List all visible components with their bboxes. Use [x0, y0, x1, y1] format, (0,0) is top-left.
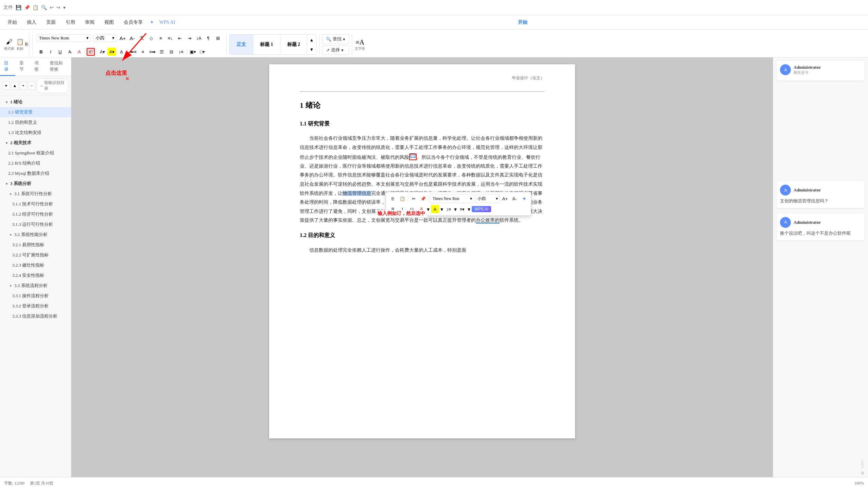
text-wrap-icon[interactable]: ≡A: [355, 38, 364, 46]
toc-item[interactable]: 3.1.2 经济可行性分析: [0, 209, 71, 219]
indent-increase-btn[interactable]: ⇥: [185, 34, 194, 42]
font-color2-btn[interactable]: A▾: [98, 48, 107, 56]
tab-find-replace[interactable]: 查找和替换: [46, 57, 71, 76]
toc-item[interactable]: 3.2.2 可扩展性指标: [0, 250, 71, 260]
shadow-btn[interactable]: A̤: [117, 48, 126, 56]
toc-add-btn[interactable]: +: [20, 82, 27, 90]
toc-item[interactable]: 3.1.1 技术可行性分析: [0, 199, 71, 209]
sort-btn[interactable]: ↕A: [194, 34, 203, 42]
clear-format-btn[interactable]: ◇: [147, 34, 156, 42]
redo-icon[interactable]: ↪: [56, 5, 60, 11]
file-menu[interactable]: 文件: [3, 4, 13, 11]
tab-chapter[interactable]: 章节: [15, 57, 31, 76]
close-hint[interactable]: ✕: [125, 75, 129, 82]
toc-item[interactable]: 3.2.1 易用性指标: [0, 240, 71, 250]
phonetic-btn[interactable]: 文: [137, 34, 146, 42]
more-icon[interactable]: ▾: [63, 5, 66, 11]
strikethrough-btn[interactable]: A̶: [65, 48, 74, 56]
table-btn[interactable]: ⊞: [213, 34, 222, 42]
style-heading1[interactable]: 标题 1: [253, 35, 280, 54]
menu-start[interactable]: 开始: [3, 18, 21, 27]
format-painter-icon[interactable]: 🖌: [6, 38, 12, 46]
float-size-selector[interactable]: 小四 ▾: [476, 194, 500, 203]
tab-toc[interactable]: 目录: [0, 57, 15, 76]
toc-remove-btn[interactable]: −: [28, 82, 35, 90]
toc-expand-btn[interactable]: ▾: [3, 82, 10, 90]
smart-toc-btn[interactable]: ○ 智能识别目录: [37, 78, 68, 93]
toc-item[interactable]: 1.1 研究背景: [0, 107, 71, 117]
float-paste2-btn[interactable]: 📌: [419, 195, 427, 203]
menu-review[interactable]: 审阅: [81, 18, 99, 27]
menu-wps-ai[interactable]: WPS AI: [155, 18, 179, 27]
border-btn[interactable]: □▾: [198, 48, 207, 56]
pin-icon[interactable]: 📌: [24, 5, 30, 11]
float-wps-ai-btn[interactable]: WPS AI: [472, 206, 491, 212]
float-highlight-btn[interactable]: A: [431, 205, 439, 213]
float-indent-btn[interactable]: ≡▾: [458, 205, 466, 213]
align-center-btn[interactable]: ≡: [138, 48, 147, 56]
toc-item[interactable]: 1.2 目的和意义: [0, 117, 71, 128]
select-btn[interactable]: ↗ 选择 ▾: [322, 45, 349, 55]
font-color-btn[interactable]: A: [75, 48, 84, 56]
border-shading-btn[interactable]: ▣▾: [188, 48, 197, 56]
toc-item[interactable]: ▾3.1 系统可行性分析: [0, 189, 71, 199]
highlight-btn[interactable]: A▾: [107, 48, 116, 56]
search-icon[interactable]: 🔍: [41, 5, 47, 11]
toc-item[interactable]: ▾3.2 系统性能分析: [0, 230, 71, 240]
drag-handle[interactable]: ⋮⋮: [293, 174, 313, 185]
toc-item[interactable]: 3.2.4 安全性指标: [0, 270, 71, 281]
menu-page[interactable]: 页面: [42, 18, 60, 27]
float-font-selector[interactable]: Times New Ron ▾: [430, 194, 474, 203]
paste-icon[interactable]: 📋: [16, 38, 24, 46]
toc-item[interactable]: 2.1 SpringBoot 框架介绍: [0, 148, 71, 158]
toc-item[interactable]: 2.3 Mysql 数据库介绍: [0, 168, 71, 179]
float-decrease-btn[interactable]: A-: [510, 195, 519, 203]
menu-insert[interactable]: 插入: [23, 18, 40, 27]
increase-font-btn[interactable]: A+: [118, 34, 127, 42]
toc-item[interactable]: 2.2 B/S 结构介绍: [0, 158, 71, 168]
font-name-selector[interactable]: Times New Rom ▾: [37, 34, 91, 42]
toc-item[interactable]: 3.1.3 运行可行性分析: [0, 219, 71, 230]
align-justify-btn[interactable]: ☰: [157, 48, 166, 56]
toc-item[interactable]: ▾2 相关技术: [0, 138, 71, 148]
toc-item[interactable]: ▾3 系统分析: [0, 179, 71, 189]
toc-item[interactable]: 3.3.3 信息添加流程分析: [0, 311, 71, 321]
align-left-btn[interactable]: ⬅≡: [129, 48, 138, 56]
toc-item[interactable]: 3.3.2 登录流程分析: [0, 301, 71, 311]
style-heading2[interactable]: 标题 2: [280, 35, 307, 54]
italic-btn[interactable]: I: [46, 48, 55, 56]
menu-view[interactable]: 视图: [100, 18, 118, 27]
superscript-btn[interactable]: X2: [87, 48, 95, 56]
decrease-font-btn[interactable]: A-: [128, 34, 137, 42]
toc-item[interactable]: 3.2.3 健壮性指标: [0, 260, 71, 270]
menu-reference[interactable]: 引用: [62, 18, 79, 27]
undo-icon[interactable]: ↩: [50, 5, 54, 11]
bold-btn[interactable]: B: [37, 48, 46, 56]
show-marks-btn[interactable]: ¶: [204, 34, 213, 42]
toc-item[interactable]: ▾1 绪论: [0, 97, 71, 107]
copy2-icon[interactable]: 📋: [33, 5, 38, 11]
menu-vip[interactable]: 会员专享: [120, 18, 147, 27]
numbered-list-btn[interactable]: ≡↓: [166, 34, 175, 42]
style-down-btn[interactable]: ▼: [307, 45, 316, 54]
style-up-btn[interactable]: ▲: [307, 35, 316, 45]
float-copy-btn[interactable]: ⎘: [389, 195, 397, 203]
toc-up-btn[interactable]: ▲: [11, 82, 18, 90]
float-increase-btn[interactable]: A+: [501, 195, 509, 203]
underline-btn[interactable]: U: [56, 48, 65, 56]
save-icon[interactable]: 💾: [16, 5, 21, 11]
toc-item[interactable]: 3.3.1 操作流程分析: [0, 291, 71, 301]
doc-area[interactable]: 毕业设计（论文） 1 绪论 1.1 研究背景 ⋮⋮ 当前社会各行业领域竞争压力非…: [71, 57, 773, 477]
indent-decrease-btn[interactable]: ⇤: [175, 34, 184, 42]
style-normal[interactable]: 正文: [230, 35, 253, 54]
float-paste-btn[interactable]: 📋: [398, 195, 406, 203]
line-spacing-btn[interactable]: ↕≡: [176, 48, 185, 56]
float-linespacing-btn[interactable]: ↕≡: [445, 205, 453, 213]
float-cut-btn[interactable]: ✂: [410, 195, 418, 203]
align-right-btn[interactable]: ≡➡: [148, 48, 157, 56]
tab-bookmark[interactable]: 书签: [30, 57, 46, 76]
columns-btn[interactable]: ⊟: [167, 48, 176, 56]
font-size-selector[interactable]: 小四 ▾: [93, 34, 117, 42]
toc-item[interactable]: ▾3.3 系统流程分析: [0, 281, 71, 291]
copy-icon[interactable]: ⎘: [25, 42, 28, 47]
